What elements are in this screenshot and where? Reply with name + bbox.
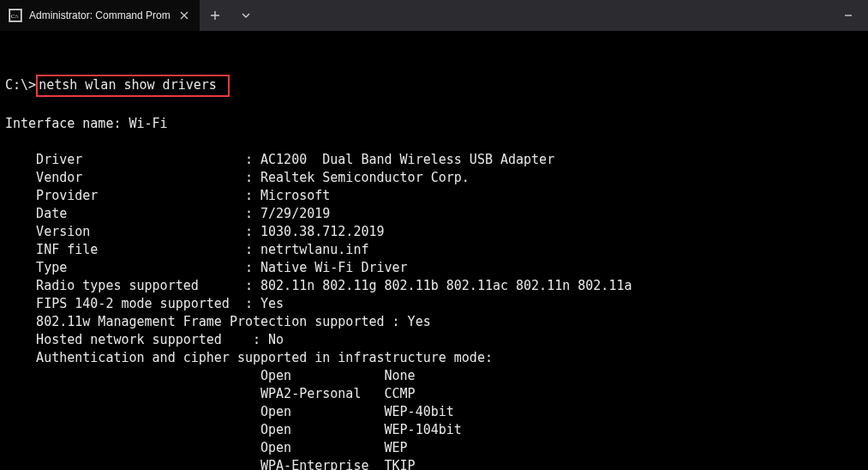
tab-title: Administrator: Command Prom (29, 9, 171, 21)
titlebar: C:\ Administrator: Command Prom (0, 0, 868, 31)
auth-cipher-block: Open None WPA2-Personal CCMP Open WEP-40… (5, 367, 863, 470)
prompt-line: C:\>netsh wlan show drivers (5, 75, 230, 97)
property-row: Authentication and cipher supported in i… (5, 349, 863, 367)
typed-command: netsh wlan show drivers (39, 77, 217, 93)
property-row: FIPS 140-2 mode supported : Yes (5, 295, 863, 313)
property-row: Version : 1030.38.712.2019 (5, 223, 863, 241)
cmd-icon: C:\ (9, 9, 22, 22)
driver-properties-block: Driver : AC1200 Dual Band Wireless USB A… (5, 151, 863, 367)
command-highlight: netsh wlan show drivers (36, 75, 230, 97)
terminal-tab[interactable]: C:\ Administrator: Command Prom (0, 0, 200, 31)
titlebar-drag-region[interactable] (261, 0, 829, 31)
property-row: 802.11w Management Frame Protection supp… (5, 313, 863, 331)
window-controls (829, 0, 868, 31)
tab-actions (200, 0, 261, 31)
tab-dropdown-button[interactable] (230, 0, 261, 31)
property-row: Hosted network supported : No (5, 331, 863, 349)
property-row: Date : 7/29/2019 (5, 205, 863, 223)
auth-cipher-row: WPA-Enterprise TKIP (5, 457, 863, 470)
svg-text:C:\: C:\ (11, 13, 19, 20)
property-row: Vendor : Realtek Semiconductor Corp. (5, 169, 863, 187)
property-row: Provider : Microsoft (5, 187, 863, 205)
auth-cipher-row: Open WEP-40bit (5, 403, 863, 421)
terminal-window: C:\ Administrator: Command Prom C:\>nets… (0, 0, 868, 470)
new-tab-button[interactable] (200, 0, 230, 31)
auth-cipher-row: WPA2-Personal CCMP (5, 385, 863, 403)
property-row: Type : Native Wi-Fi Driver (5, 259, 863, 277)
prompt-prefix: C:\> (5, 77, 36, 93)
tab-close-button[interactable] (176, 7, 193, 24)
minimize-button[interactable] (829, 0, 868, 31)
property-row: Radio types supported : 802.11n 802.11g … (5, 277, 863, 295)
terminal-output[interactable]: C:\>netsh wlan show drivers Interface na… (0, 31, 868, 470)
property-row: INF file : netrtwlanu.inf (5, 241, 863, 259)
auth-cipher-row: Open WEP (5, 439, 863, 457)
property-row: Driver : AC1200 Dual Band Wireless USB A… (5, 151, 863, 169)
interface-line: Interface name: Wi-Fi (5, 116, 168, 131)
auth-cipher-row: Open None (5, 367, 863, 385)
auth-cipher-row: Open WEP-104bit (5, 421, 863, 439)
